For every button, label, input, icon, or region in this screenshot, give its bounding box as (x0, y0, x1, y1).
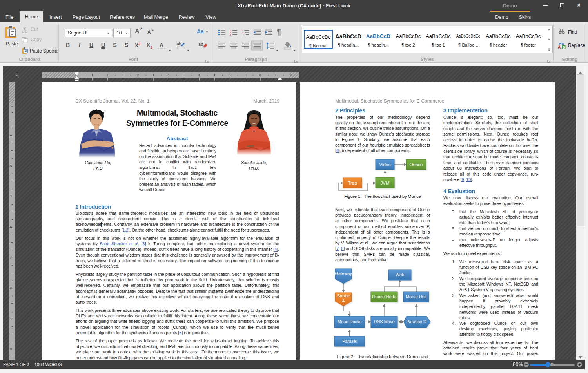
svg-text:Video: Video (379, 162, 390, 167)
svg-text:Web: Web (396, 272, 404, 277)
svg-text:ab: ab (198, 42, 203, 47)
svg-text:Parallel: Parallel (342, 339, 357, 344)
svg-text:Mean Rocks: Mean Rocks (338, 319, 362, 324)
svg-text:Ounce: Ounce (410, 162, 423, 167)
svg-text:A: A (342, 299, 345, 303)
svg-text:3: 3 (230, 34, 231, 36)
svg-text:DNS Move: DNS Move (374, 319, 394, 324)
svg-text:Gateway: Gateway (335, 271, 352, 276)
svg-text:i: i (243, 34, 243, 36)
svg-text:A: A (558, 45, 561, 49)
svg-text:Morse Unit: Morse Unit (406, 294, 426, 299)
svg-text:ab: ab (177, 42, 181, 46)
svg-text:Paradox D: Paradox D (406, 319, 426, 324)
svg-text:Strobe: Strobe (337, 293, 350, 298)
svg-text:Trap: Trap (348, 181, 357, 185)
svg-text:JVM: JVM (381, 181, 390, 185)
svg-text:B: B (563, 45, 565, 49)
svg-text:Ounce Node: Ounce Node (372, 294, 396, 299)
